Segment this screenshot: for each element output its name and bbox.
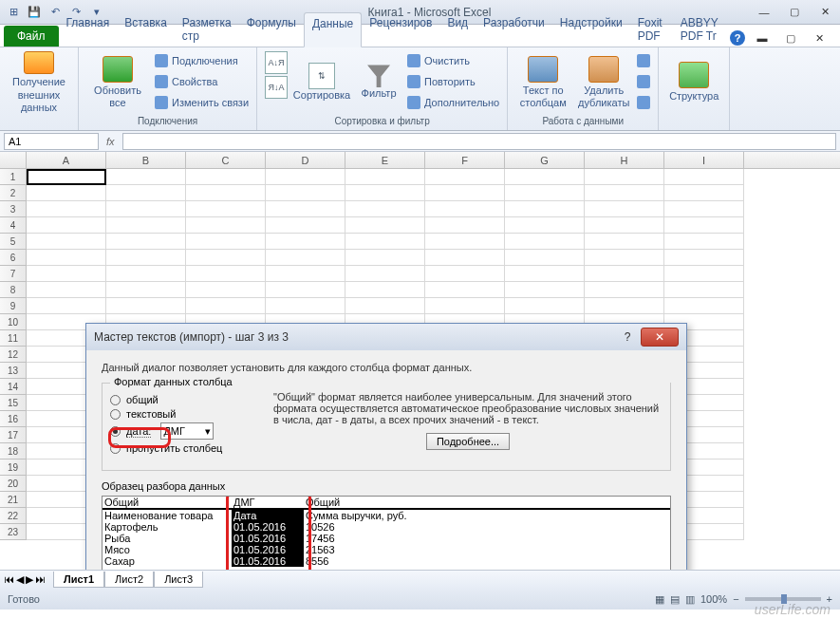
cell[interactable]	[425, 298, 505, 314]
row-header-23[interactable]: 23	[0, 524, 27, 540]
cell[interactable]	[106, 217, 186, 234]
row-header-21[interactable]: 21	[0, 492, 27, 508]
more-info-button[interactable]: Подробнее...	[426, 433, 510, 450]
date-format-combo[interactable]: ДМГ ▾	[160, 422, 214, 440]
cell[interactable]	[345, 250, 425, 266]
outline-button[interactable]: Структура	[666, 51, 721, 114]
row-header-14[interactable]: 14	[0, 379, 27, 395]
view-normal-icon[interactable]: ▦	[655, 593, 664, 606]
sort-button[interactable]: ⇅ Сортировка	[293, 51, 350, 114]
cell[interactable]	[266, 282, 345, 298]
col-header-B[interactable]: B	[106, 152, 186, 168]
cell[interactable]	[27, 266, 106, 282]
consolidate-button[interactable]	[637, 72, 650, 91]
cell[interactable]	[345, 234, 425, 250]
row-header-8[interactable]: 8	[0, 282, 27, 298]
cell[interactable]	[505, 266, 585, 282]
cell[interactable]	[345, 201, 425, 217]
radio-skip[interactable]: пропустить столбец	[110, 442, 262, 454]
col-header-A[interactable]: A	[27, 152, 106, 168]
ribbon-tab-0[interactable]: Главная	[59, 12, 118, 47]
cell[interactable]	[425, 266, 505, 282]
cell[interactable]	[505, 185, 585, 201]
cell[interactable]	[345, 217, 425, 234]
ribbon-tab-7[interactable]: Разработчи	[476, 12, 552, 47]
ribbon-tab-4[interactable]: Данные	[304, 12, 362, 47]
row-header-2[interactable]: 2	[0, 185, 27, 201]
col-header-F[interactable]: F	[425, 152, 505, 168]
cell[interactable]	[27, 250, 106, 266]
dialog-help-icon[interactable]: ?	[618, 328, 637, 346]
sort-za-button[interactable]: Я↓A	[265, 76, 288, 99]
col-header-C[interactable]: C	[186, 152, 266, 168]
cell[interactable]	[106, 169, 186, 185]
cell[interactable]	[345, 266, 425, 282]
cell[interactable]	[27, 201, 106, 217]
cell[interactable]	[345, 169, 425, 185]
cell[interactable]	[266, 185, 345, 201]
col-header-G[interactable]: G	[505, 152, 585, 168]
cell[interactable]	[664, 234, 744, 250]
row-header-16[interactable]: 16	[0, 411, 27, 427]
name-box[interactable]: A1	[4, 133, 99, 150]
cell[interactable]	[425, 282, 505, 298]
cell[interactable]	[27, 234, 106, 250]
cell[interactable]	[664, 282, 744, 298]
cell[interactable]	[425, 234, 505, 250]
row-header-6[interactable]: 6	[0, 250, 27, 266]
text-to-columns-button[interactable]: Текст по столбцам	[515, 51, 570, 114]
cell[interactable]	[505, 234, 585, 250]
sheet-nav-prev-icon[interactable]: ◀	[16, 573, 24, 586]
row-header-1[interactable]: 1	[0, 169, 27, 185]
ribbon-tab-2[interactable]: Разметка стр	[175, 12, 239, 47]
sheet-tab-2[interactable]: Лист3	[154, 572, 203, 588]
cell[interactable]	[266, 201, 345, 217]
sort-az-button[interactable]: A↓Я	[265, 51, 288, 74]
cell[interactable]	[505, 298, 585, 314]
sheet-tab-0[interactable]: Лист1	[53, 572, 104, 588]
row-header-5[interactable]: 5	[0, 234, 27, 250]
reapply-button[interactable]: Повторить	[407, 72, 499, 91]
cell[interactable]	[664, 250, 744, 266]
col-header-I[interactable]: I	[664, 152, 744, 168]
cell[interactable]	[106, 250, 186, 266]
row-header-20[interactable]: 20	[0, 476, 27, 492]
cell[interactable]	[664, 201, 744, 217]
cell[interactable]	[585, 185, 664, 201]
row-header-9[interactable]: 9	[0, 298, 27, 314]
refresh-all-button[interactable]: Обновить все	[86, 51, 149, 114]
cell[interactable]	[266, 217, 345, 234]
row-header-3[interactable]: 3	[0, 201, 27, 217]
cell[interactable]	[266, 250, 345, 266]
ribbon-tab-10[interactable]: ABBYY PDF Tr	[673, 12, 730, 47]
cell[interactable]	[186, 234, 266, 250]
row-header-7[interactable]: 7	[0, 266, 27, 282]
filter-button[interactable]: Фильтр	[356, 51, 401, 114]
zoom-slider[interactable]	[745, 597, 821, 601]
preview-box[interactable]: Общий ДМГ Общий Наименование товараДатаС…	[102, 496, 671, 570]
radio-date[interactable]: дата: ДМГ ▾	[110, 422, 262, 440]
col-header-H[interactable]: H	[585, 152, 664, 168]
remove-duplicates-button[interactable]: Удалить дубликаты	[576, 51, 631, 114]
row-header-15[interactable]: 15	[0, 395, 27, 411]
ribbon-tab-6[interactable]: Вид	[439, 12, 476, 47]
whatif-button[interactable]	[637, 93, 650, 112]
cell[interactable]	[664, 185, 744, 201]
zoom-level[interactable]: 100%	[700, 593, 727, 605]
cell[interactable]	[106, 266, 186, 282]
cell[interactable]	[505, 282, 585, 298]
cell[interactable]	[664, 266, 744, 282]
maximize-icon[interactable]: ▢	[783, 4, 806, 21]
sheet-nav-first-icon[interactable]: ⏮	[4, 573, 14, 586]
cell[interactable]	[664, 298, 744, 314]
cell[interactable]	[186, 298, 266, 314]
ribbon-tab-5[interactable]: Рецензиров	[362, 12, 439, 47]
col-header-D[interactable]: D	[266, 152, 345, 168]
cell[interactable]	[186, 250, 266, 266]
cell[interactable]	[266, 266, 345, 282]
fx-icon[interactable]: fx	[103, 136, 119, 147]
connections-button[interactable]: Подключения	[155, 51, 249, 70]
dialog-titlebar[interactable]: Мастер текстов (импорт) - шаг 3 из 3 ? ✕	[86, 324, 686, 350]
cell[interactable]	[186, 201, 266, 217]
cell[interactable]	[186, 185, 266, 201]
